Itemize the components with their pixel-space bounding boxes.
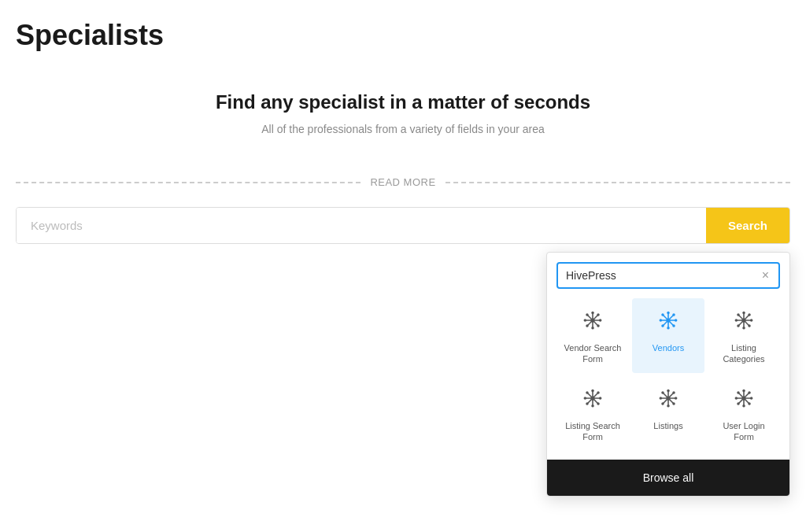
- svg-point-6: [591, 327, 594, 330]
- block-picker-input-wrapper: ×: [556, 262, 780, 289]
- svg-point-56: [666, 396, 670, 400]
- dashed-line-right: [446, 182, 790, 183]
- search-bar: Search: [16, 207, 790, 244]
- svg-point-47: [599, 397, 602, 400]
- svg-point-21: [675, 319, 678, 322]
- svg-point-74: [737, 391, 740, 394]
- listing-search-form-icon: [582, 387, 604, 414]
- page-wrapper: Specialists Find any specialist in a mat…: [0, 0, 806, 307]
- svg-point-44: [591, 389, 594, 392]
- hero-section: Find any specialist in a matter of secon…: [16, 76, 790, 164]
- svg-point-43: [590, 396, 594, 400]
- read-more-label[interactable]: READ MORE: [370, 176, 435, 188]
- svg-point-63: [672, 391, 675, 394]
- block-picker: × V: [546, 252, 790, 497]
- svg-point-33: [735, 319, 738, 322]
- svg-point-60: [675, 397, 678, 400]
- svg-point-5: [591, 312, 594, 315]
- svg-point-11: [597, 313, 600, 316]
- svg-point-73: [750, 397, 753, 400]
- svg-point-51: [586, 402, 589, 405]
- listing-categories-icon: [733, 309, 755, 336]
- search-button[interactable]: Search: [706, 208, 789, 243]
- user-login-form-icon: [733, 387, 755, 414]
- vendor-search-form-label: Vendor Search Form: [563, 342, 623, 365]
- svg-point-64: [661, 402, 664, 405]
- svg-point-24: [672, 313, 675, 316]
- vendor-search-form-icon: [582, 309, 604, 336]
- svg-point-4: [590, 318, 594, 322]
- vendors-label: Vendors: [653, 342, 684, 353]
- hero-heading: Find any specialist in a matter of secon…: [16, 91, 790, 113]
- listings-icon: [657, 387, 679, 414]
- svg-point-34: [750, 319, 753, 322]
- svg-point-75: [748, 402, 751, 405]
- svg-point-17: [666, 318, 670, 322]
- listing-categories-label: Listing Categories: [714, 342, 774, 365]
- hero-subtext: All of the professionals from a variety …: [16, 123, 790, 135]
- svg-point-30: [741, 318, 745, 322]
- listing-search-form-label: Listing Search Form: [563, 420, 623, 443]
- block-item-listing-categories[interactable]: Listing Categories: [708, 298, 780, 373]
- svg-point-71: [742, 404, 745, 407]
- svg-point-70: [742, 389, 745, 392]
- block-picker-search-area: ×: [547, 253, 789, 289]
- svg-point-61: [661, 391, 664, 394]
- svg-point-46: [584, 397, 587, 400]
- block-picker-input[interactable]: [566, 269, 760, 282]
- block-picker-clear-button[interactable]: ×: [760, 268, 771, 283]
- dashed-line-left: [16, 182, 360, 183]
- block-picker-footer[interactable]: Browse all: [547, 460, 789, 496]
- search-input[interactable]: [17, 208, 706, 243]
- svg-point-7: [584, 319, 587, 322]
- svg-point-22: [661, 313, 664, 316]
- listings-label: Listings: [653, 420, 682, 431]
- block-item-vendors[interactable]: Vendors: [632, 298, 704, 373]
- block-item-listings[interactable]: Listings: [632, 376, 704, 451]
- browse-all-label: Browse all: [643, 471, 694, 484]
- svg-point-19: [667, 327, 670, 330]
- vendors-icon: [657, 309, 679, 336]
- svg-point-25: [661, 324, 664, 327]
- svg-point-76: [748, 391, 751, 394]
- block-item-listing-search-form[interactable]: Listing Search Form: [556, 376, 629, 451]
- svg-point-49: [597, 402, 600, 405]
- user-login-form-label: User Login Form: [714, 420, 774, 443]
- svg-point-18: [667, 312, 670, 315]
- svg-point-8: [599, 319, 602, 322]
- svg-point-62: [672, 402, 675, 405]
- svg-point-59: [660, 397, 663, 400]
- svg-point-37: [748, 313, 751, 316]
- block-picker-grid: Vendor Search Form Vendors: [547, 289, 789, 460]
- block-item-user-login-form[interactable]: User Login Form: [708, 376, 780, 451]
- svg-point-32: [742, 327, 745, 330]
- svg-point-9: [586, 313, 589, 316]
- svg-point-48: [586, 391, 589, 394]
- page-title: Specialists: [16, 19, 790, 52]
- block-item-vendor-search-form[interactable]: Vendor Search Form: [556, 298, 629, 373]
- svg-point-10: [597, 324, 600, 327]
- svg-point-36: [748, 324, 751, 327]
- svg-point-38: [737, 324, 740, 327]
- svg-point-77: [737, 402, 740, 405]
- svg-point-45: [591, 404, 594, 407]
- svg-point-50: [597, 391, 600, 394]
- svg-point-12: [586, 324, 589, 327]
- read-more-divider: READ MORE: [16, 176, 790, 188]
- svg-point-72: [735, 397, 738, 400]
- svg-point-31: [742, 312, 745, 315]
- svg-point-57: [667, 389, 670, 392]
- svg-point-23: [672, 324, 675, 327]
- svg-point-69: [741, 396, 745, 400]
- svg-point-58: [667, 404, 670, 407]
- svg-point-35: [737, 313, 740, 316]
- svg-point-20: [660, 319, 663, 322]
